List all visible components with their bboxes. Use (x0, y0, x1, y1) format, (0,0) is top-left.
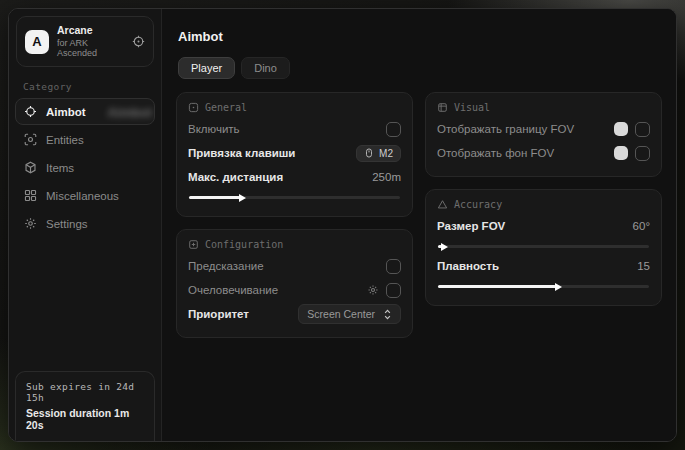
sidebar-item-aimbot[interactable]: Aimbot Aimbot (15, 98, 155, 125)
keybind-row: Привязка клавиши M2 (188, 141, 401, 165)
target-icon[interactable] (132, 35, 145, 48)
sidebar-item-label: Items (46, 162, 74, 174)
configuration-card-title: Configuration (205, 239, 283, 250)
fov-border-checkbox[interactable] (635, 122, 650, 137)
page-title: Aimbot (178, 29, 662, 44)
brand-subtitle: for ARK Ascended (57, 38, 124, 60)
prediction-checkbox[interactable] (386, 259, 401, 274)
smoothness-value: 15 (637, 260, 650, 272)
smoothness-slider[interactable] (438, 285, 649, 288)
fov-border-label: Отображать границу FOV (437, 123, 574, 135)
sidebar-item-items[interactable]: Items (15, 154, 155, 181)
sidebar-item-miscellaneous[interactable]: Miscellaneous (15, 182, 155, 209)
slider-thumb[interactable] (239, 194, 246, 202)
fov-size-label: Размер FOV (437, 220, 505, 232)
category-label: Category (9, 71, 161, 98)
fov-border-color-swatch[interactable] (614, 122, 628, 136)
keybind-value: M2 (379, 148, 393, 159)
frame-icon (437, 102, 448, 113)
priority-value: Screen Center (307, 308, 375, 320)
tab-bar: Player Dino (178, 57, 662, 79)
enable-row: Включить (188, 117, 401, 141)
general-card: General Включить Привязка клавиши (176, 92, 413, 217)
visual-card-title: Visual (454, 102, 490, 113)
enable-checkbox[interactable] (386, 122, 401, 137)
slider-thumb[interactable] (441, 243, 448, 251)
fov-border-row: Отображать границу FOV (437, 117, 650, 141)
max-distance-label: Макс. дистанция (188, 171, 283, 183)
fov-background-color-swatch[interactable] (614, 146, 628, 160)
keybind-label: Привязка клавиши (188, 147, 295, 159)
box-icon (24, 161, 37, 174)
slider-thumb[interactable] (555, 283, 562, 291)
priority-dropdown[interactable]: Screen Center (298, 304, 401, 324)
prediction-label: Предсказание (188, 260, 264, 272)
visual-card: Visual Отображать границу FOV Отображать… (425, 92, 662, 177)
smoothness-label: Плавность (437, 260, 499, 272)
sidebar-nav: Aimbot Aimbot Entities Items (9, 98, 161, 237)
tune-icon (188, 102, 199, 113)
accuracy-card: Accuracy Размер FOV 60° Плавность 15 (425, 189, 662, 306)
grid-icon (24, 189, 37, 202)
gear-icon (24, 217, 37, 230)
subscription-status-card: Sub expires in 24d 15h Session duration … (15, 371, 155, 441)
smoothness-row: Плавность 15 (437, 254, 650, 278)
sidebar-item-label: Entities (46, 134, 84, 146)
max-distance-value: 250m (372, 171, 401, 183)
prediction-row: Предсказание (188, 254, 401, 278)
brand-logo: A (25, 30, 49, 54)
general-card-title: General (205, 102, 247, 113)
brand-name: Arcane (57, 24, 124, 37)
session-duration-text: Session duration 1m 20s (26, 407, 144, 431)
priority-label: Приоритет (188, 308, 249, 320)
priority-row: Приоритет Screen Center (188, 302, 401, 326)
app-window: A Arcane for ARK Ascended Category (8, 8, 677, 442)
humanization-checkbox[interactable] (386, 283, 401, 298)
crosshair-icon (24, 105, 37, 118)
max-distance-slider[interactable] (189, 196, 400, 199)
brand-card: A Arcane for ARK Ascended (16, 16, 154, 67)
configuration-card: Configuration Предсказание Очеловечивани… (176, 229, 413, 338)
sidebar: A Arcane for ARK Ascended Category (9, 9, 162, 441)
main-content: Aimbot Player Dino General (162, 9, 676, 441)
sidebar-item-label: Aimbot (46, 106, 86, 118)
tab-dino[interactable]: Dino (241, 57, 290, 79)
sub-expires-text: Sub expires in 24d 15h (26, 381, 144, 403)
humanization-label: Очеловечивание (188, 284, 278, 296)
scan-icon (24, 133, 37, 146)
fov-background-row: Отображать фон FOV (437, 141, 650, 165)
fov-size-row: Размер FOV 60° (437, 214, 650, 238)
sidebar-item-entities[interactable]: Entities (15, 126, 155, 153)
fov-size-value: 60° (633, 220, 650, 232)
humanization-settings-gear-icon[interactable] (367, 284, 379, 296)
sidebar-item-label: Miscellaneous (46, 190, 119, 202)
sidebar-item-settings[interactable]: Settings (15, 210, 155, 237)
triangle-icon (437, 199, 448, 210)
aimbot-ghost-text: Aimbot (107, 104, 152, 119)
chevrons-up-down-icon (383, 309, 392, 320)
enable-label: Включить (188, 123, 240, 135)
keybind-button[interactable]: M2 (356, 145, 401, 162)
tab-player[interactable]: Player (178, 57, 235, 79)
max-distance-row: Макс. дистанция 250m (188, 165, 401, 189)
accuracy-card-title: Accuracy (454, 199, 502, 210)
sidebar-item-label: Settings (46, 218, 88, 230)
fov-size-slider[interactable] (438, 245, 649, 248)
mouse-icon (364, 148, 374, 158)
fov-background-checkbox[interactable] (635, 146, 650, 161)
wrench-icon (188, 239, 199, 250)
fov-background-label: Отображать фон FOV (437, 147, 554, 159)
humanization-row: Очеловечивание (188, 278, 401, 302)
